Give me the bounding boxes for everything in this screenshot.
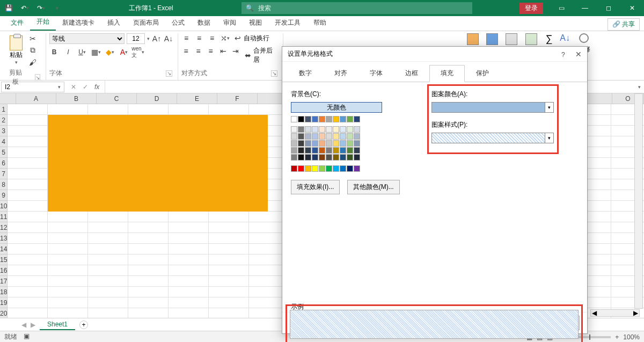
font-color-icon[interactable]: A▾ bbox=[119, 47, 129, 57]
row-header[interactable]: 2 bbox=[0, 115, 8, 126]
color-swatch[interactable] bbox=[312, 147, 318, 154]
dialog-close-icon[interactable]: ✕ bbox=[575, 50, 582, 59]
color-swatch[interactable] bbox=[354, 147, 360, 154]
color-swatch[interactable] bbox=[312, 154, 318, 161]
color-swatch[interactable] bbox=[298, 140, 304, 147]
dlg-tab-font[interactable]: 字体 bbox=[358, 65, 394, 82]
color-swatch[interactable] bbox=[312, 133, 318, 140]
color-swatch[interactable] bbox=[333, 147, 339, 154]
row-header[interactable]: 3 bbox=[0, 126, 8, 136]
ribbon-options-icon[interactable]: ▭ bbox=[550, 0, 573, 16]
cut-icon[interactable]: ✂ bbox=[28, 34, 38, 43]
align-bottom-icon[interactable]: ≡ bbox=[207, 33, 217, 43]
color-swatch[interactable] bbox=[326, 116, 332, 122]
color-swatch[interactable] bbox=[326, 133, 332, 140]
bold-icon[interactable]: B bbox=[49, 47, 59, 57]
maximize-icon[interactable]: ◻ bbox=[597, 0, 620, 16]
row-header[interactable]: 10 bbox=[0, 201, 8, 212]
italic-icon[interactable]: I bbox=[63, 47, 73, 57]
name-box-dd-icon[interactable]: ▾ bbox=[58, 84, 61, 90]
col-header[interactable]: A bbox=[16, 93, 56, 104]
row-header[interactable]: 12 bbox=[0, 222, 8, 233]
row-header[interactable]: 11 bbox=[0, 212, 8, 222]
color-swatch[interactable] bbox=[305, 126, 311, 133]
dlg-tab-fill[interactable]: 填充 bbox=[429, 65, 465, 82]
font-name-select[interactable]: 等线 bbox=[49, 33, 125, 44]
row-header[interactable]: 9 bbox=[0, 190, 8, 201]
color-swatch[interactable] bbox=[305, 147, 311, 154]
macro-record-icon[interactable]: ▣ bbox=[24, 332, 30, 341]
row-header[interactable]: 14 bbox=[0, 244, 8, 254]
color-swatch[interactable] bbox=[305, 133, 311, 140]
color-swatch[interactable] bbox=[354, 165, 360, 172]
color-swatch[interactable] bbox=[326, 126, 332, 133]
color-swatch[interactable] bbox=[298, 116, 304, 122]
save-icon[interactable]: 💾 bbox=[2, 2, 15, 14]
color-swatch[interactable] bbox=[319, 133, 325, 140]
row-header[interactable]: 8 bbox=[0, 179, 8, 190]
tab-page-layout[interactable]: 页面布局 bbox=[127, 15, 165, 31]
increase-font-icon[interactable]: A↑ bbox=[152, 34, 162, 43]
row-header[interactable]: 18 bbox=[0, 287, 8, 297]
font-launcher-icon[interactable]: ↘ bbox=[166, 70, 172, 77]
color-swatch[interactable] bbox=[312, 116, 318, 122]
align-left-icon[interactable]: ≡ bbox=[181, 46, 191, 56]
sheet-nav-prev-icon[interactable]: ◀ bbox=[21, 321, 26, 329]
color-swatch[interactable] bbox=[347, 126, 353, 133]
color-swatch[interactable] bbox=[319, 140, 325, 147]
tab-developer[interactable]: 开发工具 bbox=[268, 15, 307, 31]
row-header[interactable]: 20 bbox=[0, 308, 8, 318]
color-swatch[interactable] bbox=[354, 116, 360, 122]
align-center-icon[interactable]: ≡ bbox=[194, 46, 203, 56]
color-swatch[interactable] bbox=[354, 133, 360, 140]
color-swatch[interactable] bbox=[298, 133, 304, 140]
color-swatch[interactable] bbox=[305, 165, 311, 172]
color-swatch[interactable] bbox=[291, 147, 297, 154]
zoom-level[interactable]: 100% bbox=[623, 333, 640, 341]
color-swatch[interactable] bbox=[319, 165, 325, 172]
cancel-formula-icon[interactable]: ✕ bbox=[71, 83, 76, 91]
dlg-tab-alignment[interactable]: 对齐 bbox=[323, 65, 358, 82]
redo-icon[interactable]: ↷▾ bbox=[34, 2, 47, 14]
dlg-tab-border[interactable]: 边框 bbox=[394, 65, 429, 82]
color-swatch[interactable] bbox=[298, 147, 304, 154]
color-swatch[interactable] bbox=[312, 165, 318, 172]
qat-customize-icon[interactable]: ▾ bbox=[50, 2, 63, 14]
color-swatch[interactable] bbox=[347, 133, 353, 140]
color-swatch[interactable] bbox=[312, 140, 318, 147]
dlg-tab-protection[interactable]: 保护 bbox=[465, 65, 500, 82]
row-header[interactable]: 16 bbox=[0, 265, 8, 276]
sheet-tab-1[interactable]: Sheet1 bbox=[40, 319, 75, 330]
phonetic-icon[interactable]: wen文▾ bbox=[133, 47, 143, 57]
col-header[interactable]: E bbox=[177, 93, 217, 104]
tab-data[interactable]: 数据 bbox=[191, 15, 217, 31]
color-swatch[interactable] bbox=[305, 154, 311, 161]
color-swatch[interactable] bbox=[319, 116, 325, 122]
row-header[interactable]: 15 bbox=[0, 254, 8, 265]
align-middle-icon[interactable]: ≡ bbox=[194, 33, 204, 43]
decrease-font-icon[interactable]: A↓ bbox=[164, 34, 173, 43]
col-header[interactable]: D bbox=[137, 93, 177, 104]
align-top-icon[interactable]: ≡ bbox=[181, 33, 191, 43]
row-header[interactable]: 6 bbox=[0, 158, 8, 169]
tab-insert[interactable]: 插入 bbox=[101, 15, 127, 31]
share-button[interactable]: 🔗 共享 bbox=[608, 18, 640, 31]
copy-icon[interactable]: ⧉ bbox=[28, 46, 38, 55]
undo-icon[interactable]: ↶▾ bbox=[18, 2, 31, 14]
color-swatch[interactable] bbox=[326, 165, 332, 172]
color-swatch[interactable] bbox=[291, 165, 297, 172]
color-swatch[interactable] bbox=[347, 154, 353, 161]
fill-color-icon[interactable]: ◆▾ bbox=[105, 47, 115, 57]
no-color-button[interactable]: 无颜色 bbox=[291, 102, 382, 113]
dialog-help-icon[interactable]: ? bbox=[561, 51, 565, 59]
sheet-nav-next-icon[interactable]: ▶ bbox=[31, 321, 35, 329]
row-header[interactable]: 13 bbox=[0, 233, 8, 244]
row-header[interactable]: 7 bbox=[0, 169, 8, 179]
color-swatch[interactable] bbox=[326, 147, 332, 154]
color-swatch[interactable] bbox=[340, 165, 346, 172]
clipboard-launcher-icon[interactable]: ↘ bbox=[35, 74, 40, 81]
format-table-icon[interactable] bbox=[486, 33, 498, 45]
color-swatch[interactable] bbox=[333, 133, 339, 140]
tab-home[interactable]: 开始 bbox=[30, 14, 56, 31]
color-swatch[interactable] bbox=[298, 165, 304, 172]
